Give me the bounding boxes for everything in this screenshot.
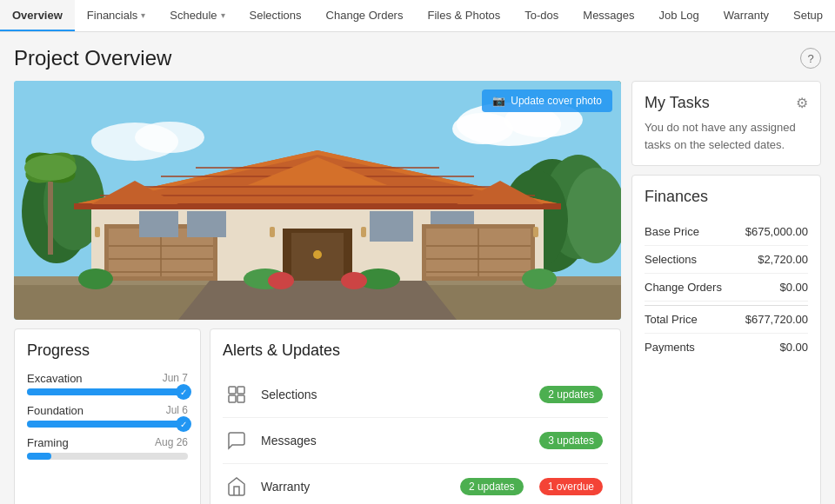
alert-label-messages: Messages	[261, 434, 529, 448]
progress-bar-framing	[27, 453, 188, 460]
tasks-panel: My Tasks ⚙ You do not have any assigned …	[631, 81, 821, 166]
svg-point-59	[341, 272, 367, 289]
progress-label-excavation: Excavation	[27, 372, 83, 385]
chevron-down-icon: ▾	[221, 10, 225, 20]
alert-item-messages[interactable]: Messages 3 updates	[223, 418, 608, 464]
alerts-title: Alerts & Updates	[223, 342, 608, 360]
svg-point-58	[268, 272, 294, 289]
svg-point-54	[78, 269, 113, 289]
badge-selections-updates: 2 updates	[539, 386, 603, 403]
chevron-down-icon: ▾	[141, 10, 145, 20]
right-column: My Tasks ⚙ You do not have any assigned …	[631, 81, 821, 504]
finance-row-total: Total Price $677,720.00	[645, 305, 808, 334]
messages-icon	[223, 427, 250, 454]
nav-item-selections[interactable]: Selections	[237, 0, 314, 31]
alert-label-warranty: Warranty	[261, 480, 450, 494]
svg-point-53	[24, 155, 77, 181]
finance-value-total: $677,720.00	[745, 313, 808, 326]
finance-row-change-orders: Change Orders $0.00	[645, 274, 808, 302]
main-content: Project Overview ?	[0, 32, 835, 504]
nav-item-warranty[interactable]: Warranty	[711, 0, 781, 31]
progress-item-framing: Framing Aug 26	[27, 436, 188, 460]
nav-item-job-log[interactable]: Job Log	[647, 0, 711, 31]
progress-label-framing: Framing	[27, 436, 69, 449]
svg-rect-60	[229, 387, 236, 394]
nav-item-messages[interactable]: Messages	[571, 0, 646, 31]
svg-rect-25	[139, 211, 178, 237]
svg-point-3	[452, 113, 513, 144]
body-grid: 📷 Update cover photo Progress Excavation…	[14, 81, 821, 504]
nav-item-todos[interactable]: To-dos	[512, 0, 571, 31]
nav-item-schedule[interactable]: Schedule ▾	[157, 0, 237, 31]
update-cover-photo-button[interactable]: 📷 Update cover photo	[482, 90, 612, 112]
svg-rect-46	[95, 227, 100, 237]
tasks-title: My Tasks	[645, 94, 710, 112]
nav-bar: Overview Financials ▾ Schedule ▾ Selecti…	[0, 0, 835, 32]
nav-item-financials[interactable]: Financials ▾	[75, 0, 158, 31]
progress-item-excavation: Excavation Jun 7 ✓	[27, 372, 188, 395]
alert-label-selections: Selections	[261, 388, 529, 401]
progress-date-foundation: Jul 6	[166, 404, 188, 417]
progress-date-framing: Aug 26	[155, 436, 188, 449]
nav-item-setup[interactable]: Setup	[781, 0, 835, 31]
finances-title: Finances	[645, 188, 808, 206]
svg-rect-47	[270, 227, 275, 237]
svg-point-57	[522, 269, 557, 289]
svg-marker-14	[178, 276, 457, 320]
alert-item-warranty[interactable]: Warranty 2 updates 1 overdue	[223, 464, 608, 504]
svg-rect-62	[229, 395, 236, 402]
nav-item-overview[interactable]: Overview	[0, 0, 75, 31]
progress-label-foundation: Foundation	[27, 404, 84, 417]
finance-value-change-orders: $0.00	[779, 281, 808, 294]
finance-value-payments: $0.00	[779, 341, 808, 354]
svg-rect-48	[361, 227, 366, 237]
progress-title: Progress	[27, 342, 188, 360]
page-header: Project Overview ?	[14, 46, 821, 70]
tasks-empty-message: You do not have any assigned tasks on th…	[645, 119, 808, 153]
badge-warranty-updates: 2 updates	[460, 478, 524, 495]
finance-row-selections: Selections $2,720.00	[645, 246, 808, 274]
finance-label-payments: Payments	[645, 341, 695, 354]
warranty-icon	[223, 473, 250, 501]
progress-check-excavation: ✓	[176, 384, 191, 400]
progress-item-foundation: Foundation Jul 6 ✓	[27, 404, 188, 428]
alert-item-selections[interactable]: Selections 2 updates	[223, 372, 608, 418]
progress-panel: Progress Excavation Jun 7 ✓ F	[14, 328, 201, 504]
svg-rect-27	[370, 211, 413, 242]
finance-label-change-orders: Change Orders	[645, 281, 722, 294]
svg-point-24	[313, 250, 322, 259]
help-icon[interactable]: ?	[800, 48, 821, 69]
progress-check-foundation: ✓	[176, 416, 191, 432]
finances-panel: Finances Base Price $675,000.00 Selectio…	[631, 175, 821, 504]
left-column: 📷 Update cover photo Progress Excavation…	[14, 81, 621, 504]
finance-value-base-price: $675,000.00	[745, 225, 808, 238]
finance-label-total: Total Price	[645, 313, 698, 326]
badge-messages-updates: 3 updates	[539, 432, 603, 449]
finance-label-base-price: Base Price	[645, 225, 699, 238]
progress-bar-foundation: ✓	[27, 421, 188, 428]
finance-row-payments: Payments $0.00	[645, 334, 808, 361]
progress-bar-excavation: ✓	[27, 388, 188, 395]
nav-item-change-orders[interactable]: Change Orders	[314, 0, 416, 31]
cover-photo: 📷 Update cover photo	[14, 81, 621, 320]
selections-icon	[223, 381, 250, 408]
bottom-panels: Progress Excavation Jun 7 ✓ F	[14, 328, 621, 504]
finance-value-selections: $2,720.00	[758, 253, 808, 266]
finance-row-base-price: Base Price $675,000.00	[645, 218, 808, 246]
svg-rect-49	[533, 227, 538, 237]
svg-rect-61	[237, 387, 244, 394]
camera-icon: 📷	[492, 95, 505, 107]
progress-date-excavation: Jun 7	[163, 372, 188, 385]
badge-warranty-overdue: 1 overdue	[539, 478, 603, 495]
svg-rect-26	[187, 211, 226, 237]
nav-item-files-photos[interactable]: Files & Photos	[415, 0, 512, 31]
svg-rect-63	[237, 395, 244, 402]
svg-point-5	[135, 122, 204, 153]
finance-label-selections: Selections	[645, 253, 697, 266]
alerts-panel: Alerts & Updates Selections 2 updates	[210, 328, 621, 504]
gear-icon[interactable]: ⚙	[796, 95, 808, 111]
page-title: Project Overview	[14, 46, 171, 70]
